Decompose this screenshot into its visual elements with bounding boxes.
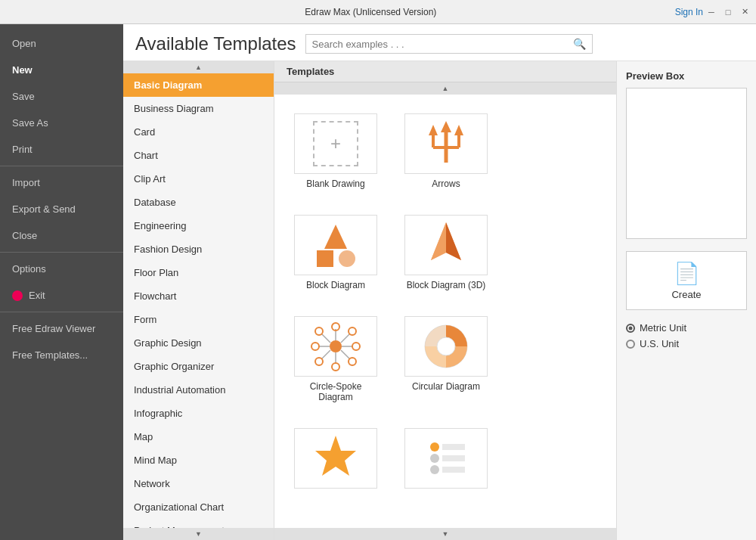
svg-marker-11	[446, 222, 461, 260]
sidebar-item-open[interactable]: Open	[0, 30, 123, 57]
template-block-diagram[interactable]: Block Diagram	[287, 208, 385, 297]
block-diagram-icon	[309, 219, 362, 272]
sidebar-item-import[interactable]: Import	[0, 169, 123, 196]
svg-point-29	[315, 327, 323, 335]
right-panel: Preview Box 📄 Create Metric Unit U.S. Un…	[616, 61, 756, 540]
template-block-diagram-3d[interactable]: Block Diagram (3D)	[397, 208, 495, 297]
svg-rect-36	[442, 455, 465, 461]
template-star[interactable]	[287, 421, 385, 500]
category-item-industrial-automation[interactable]: Industrial Automation	[123, 378, 274, 402]
svg-rect-34	[442, 444, 465, 450]
sidebar-label-print: Print	[12, 144, 33, 155]
create-label: Create	[671, 289, 701, 300]
sidebar-item-new[interactable]: New	[0, 57, 123, 83]
sign-in-link[interactable]: Sign In	[675, 7, 706, 17]
category-scroll-up[interactable]: ▲	[123, 61, 274, 73]
svg-line-16	[341, 334, 350, 343]
sidebar-item-close[interactable]: Close	[0, 222, 123, 249]
us-radio[interactable]	[626, 340, 635, 349]
template-thumb-circular	[404, 316, 488, 377]
category-scroll-down[interactable]: ▼	[123, 528, 274, 540]
metric-radio[interactable]	[626, 324, 635, 333]
sidebar-item-export-send[interactable]: Export & Send	[0, 196, 123, 222]
sidebar-label-save-as: Save As	[12, 117, 48, 129]
category-item-mind-map[interactable]: Mind Map	[123, 448, 274, 472]
category-item-chart[interactable]: Chart	[123, 144, 274, 167]
category-item-basic-diagram[interactable]: Basic Diagram	[123, 73, 274, 97]
svg-marker-1	[441, 121, 451, 132]
main-container: Open New Save Save As Print Import Expor…	[0, 24, 756, 540]
svg-marker-3	[429, 125, 438, 135]
sidebar-item-save[interactable]: Save	[0, 83, 123, 110]
star-icon	[309, 432, 362, 485]
category-item-graphic-design[interactable]: Graphic Design	[123, 331, 274, 355]
search-box: 🔍	[305, 34, 593, 54]
template-list[interactable]	[397, 421, 495, 500]
template-thumb-star	[294, 428, 377, 489]
template-thumb-circle-spoke	[294, 316, 377, 377]
templates-scroll-up[interactable]: ▲	[274, 82, 616, 95]
sidebar-item-exit[interactable]: Exit	[0, 282, 123, 309]
category-list: Basic DiagramBusiness DiagramCardChartCl…	[123, 73, 274, 528]
templates-grid: + Blank Drawing	[274, 95, 616, 512]
templates-scroll-down[interactable]: ▼	[274, 528, 616, 540]
category-item-organizational-chart[interactable]: Organizational Chart	[123, 495, 274, 519]
minimize-button[interactable]: ─	[706, 7, 717, 17]
us-unit-label: U.S. Unit	[640, 338, 679, 349]
template-thumb-blank: +	[294, 113, 377, 174]
category-item-graphic-organizer[interactable]: Graphic Organizer	[123, 355, 274, 378]
svg-point-13	[330, 340, 342, 352]
maximize-button[interactable]: □	[723, 7, 733, 17]
search-icon[interactable]: 🔍	[573, 38, 586, 50]
template-circular[interactable]: Circular Diagram	[397, 309, 495, 409]
template-label-arrows: Arrows	[432, 178, 460, 189]
category-item-infographic[interactable]: Infographic	[123, 402, 274, 425]
svg-point-27	[311, 343, 319, 350]
svg-marker-7	[324, 225, 347, 249]
template-label-blank: Blank Drawing	[306, 178, 364, 189]
title-bar: Edraw Max (Unlicensed Version) Sign In ─…	[0, 0, 756, 24]
sidebar-label-import: Import	[12, 177, 40, 188]
template-circle-spoke[interactable]: Circle-Spoke Diagram	[287, 309, 385, 409]
category-item-fashion-design[interactable]: Fashion Design	[123, 237, 274, 261]
sidebar-item-save-as[interactable]: Save As	[0, 110, 123, 136]
template-thumb-list	[404, 428, 488, 489]
sidebar-item-options[interactable]: Options	[0, 256, 123, 282]
category-item-floor-plan[interactable]: Floor Plan	[123, 261, 274, 284]
category-item-network[interactable]: Network	[123, 472, 274, 495]
category-item-business-diagram[interactable]: Business Diagram	[123, 97, 274, 120]
sidebar-item-print[interactable]: Print	[0, 136, 123, 163]
templates-wrapper: Templates ▲ + Blank Drawing	[274, 61, 616, 540]
template-arrows[interactable]: Arrows	[397, 107, 495, 196]
sidebar-label-free-viewer: Free Edraw Viewer	[12, 323, 95, 334]
us-unit-option[interactable]: U.S. Unit	[626, 338, 747, 349]
title-bar-title: Edraw Max (Unlicensed Version)	[67, 7, 675, 17]
close-button[interactable]: ✕	[739, 7, 750, 17]
category-item-form[interactable]: Form	[123, 308, 274, 331]
template-label-circular: Circular Diagram	[412, 381, 480, 392]
category-item-map[interactable]: Map	[123, 425, 274, 448]
templates-section: ▲ Basic DiagramBusiness DiagramCardChart…	[123, 61, 756, 540]
category-item-project-management[interactable]: Project Management	[123, 519, 274, 528]
search-input[interactable]	[312, 39, 573, 50]
content-area: Available Templates 🔍 ▲ Basic DiagramBus…	[123, 24, 756, 540]
window-controls: ─ □ ✕	[706, 7, 750, 17]
template-blank-drawing[interactable]: + Blank Drawing	[287, 107, 385, 196]
sidebar-item-free-viewer[interactable]: Free Edraw Viewer	[0, 315, 123, 342]
category-item-card[interactable]: Card	[123, 120, 274, 144]
template-thumb-arrows	[404, 113, 488, 174]
category-item-clip-art[interactable]: Clip Art	[123, 167, 274, 191]
sidebar-label-free-templates: Free Templates...	[12, 349, 88, 361]
create-button[interactable]: 📄 Create	[626, 251, 747, 310]
sidebar-item-free-templates[interactable]: Free Templates...	[0, 342, 123, 368]
metric-unit-option[interactable]: Metric Unit	[626, 322, 747, 334]
create-icon: 📄	[674, 261, 700, 286]
list-icon	[420, 432, 472, 485]
blank-drawing-icon: +	[313, 121, 358, 166]
category-item-engineering[interactable]: Engineering	[123, 214, 274, 237]
sidebar-label-options: Options	[12, 263, 46, 275]
category-item-flowchart[interactable]: Flowchart	[123, 284, 274, 308]
category-item-database[interactable]: Database	[123, 191, 274, 214]
templates-header: Templates	[274, 61, 616, 82]
arrows-icon	[420, 117, 472, 170]
